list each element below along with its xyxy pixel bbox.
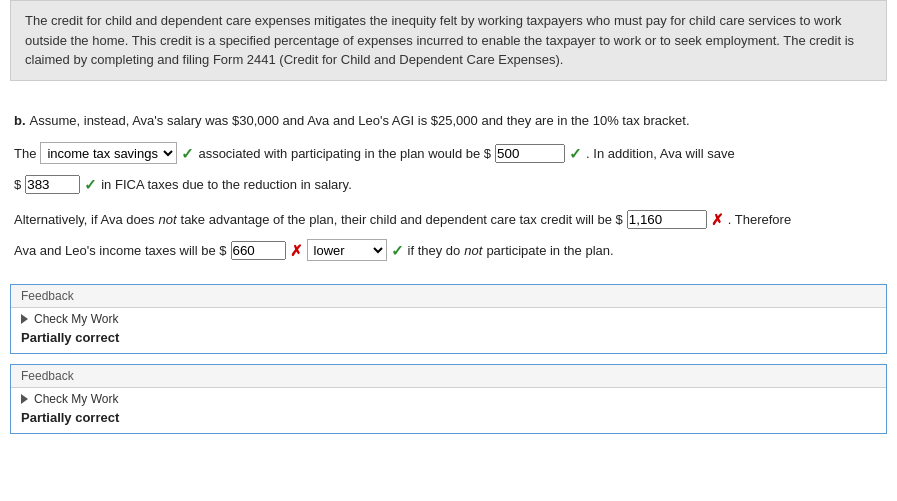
line2-value-input[interactable] bbox=[25, 175, 80, 194]
line3-italic-text: not bbox=[158, 208, 176, 231]
line3-x-icon: ✗ bbox=[711, 206, 724, 233]
line2-dollar: $ bbox=[14, 173, 21, 196]
feedback-box-1: Feedback Check My Work Partially correct bbox=[10, 284, 887, 354]
line4-end-text: participate in the plan. bbox=[486, 239, 613, 262]
part-label: b. bbox=[14, 109, 26, 132]
line3-value-input[interactable] bbox=[627, 210, 707, 229]
line4-value-input[interactable] bbox=[231, 241, 286, 260]
line3-mid-text: take advantage of the plan, their child … bbox=[181, 208, 623, 231]
question-intro-text: Assume, instead, Ava's salary was $30,00… bbox=[30, 109, 690, 132]
feedback1-triangle-icon bbox=[21, 314, 28, 324]
line2-post-text: in FICA taxes due to the reduction in sa… bbox=[101, 173, 352, 196]
feedback1-check-my-work[interactable]: Check My Work bbox=[11, 308, 886, 328]
line1-mid-text: associated with participating in the pla… bbox=[198, 142, 491, 165]
info-paragraph: The credit for child and dependent care … bbox=[10, 0, 887, 81]
line1-pre: The bbox=[14, 142, 36, 165]
feedback2-triangle-icon bbox=[21, 394, 28, 404]
line2: $ ✓ in FICA taxes due to the reduction i… bbox=[14, 171, 883, 198]
feedback-box-2: Feedback Check My Work Partially correct bbox=[10, 364, 887, 434]
line3: Alternatively, if Ava does not take adva… bbox=[14, 206, 883, 233]
line3-post-text: . Therefore bbox=[728, 208, 791, 231]
feedback2-status: Partially correct bbox=[11, 408, 886, 433]
line1-check-icon: ✓ bbox=[181, 140, 194, 167]
line4-italic-text: not bbox=[464, 239, 482, 262]
line1-post-text: . In addition, Ava will save bbox=[586, 142, 735, 165]
feedback1-status: Partially correct bbox=[11, 328, 886, 353]
line2-check-icon: ✓ bbox=[84, 171, 97, 198]
line4-pre-text: Ava and Leo's income taxes will be $ bbox=[14, 239, 227, 262]
feedback1-header: Feedback bbox=[11, 285, 886, 308]
line3-pre-text: Alternatively, if Ava does bbox=[14, 208, 154, 231]
question-intro-line: b. Assume, instead, Ava's salary was $30… bbox=[14, 109, 883, 132]
line1: The income tax savings after-tax income … bbox=[14, 140, 883, 167]
line4-post-text: if they do bbox=[408, 239, 461, 262]
feedback2-header: Feedback bbox=[11, 365, 886, 388]
lower-dropdown[interactable]: lower higher the same bbox=[307, 239, 387, 261]
line4-check-icon: ✓ bbox=[391, 237, 404, 264]
income-tax-savings-dropdown[interactable]: income tax savings after-tax income gros… bbox=[40, 142, 177, 164]
line1-value-check-icon: ✓ bbox=[569, 140, 582, 167]
line1-value-input[interactable] bbox=[495, 144, 565, 163]
line4: Ava and Leo's income taxes will be $ ✗ l… bbox=[14, 237, 883, 264]
feedback2-check-my-work[interactable]: Check My Work bbox=[11, 388, 886, 408]
line4-x-icon: ✗ bbox=[290, 237, 303, 264]
section-b: b. Assume, instead, Ava's salary was $30… bbox=[0, 95, 897, 274]
